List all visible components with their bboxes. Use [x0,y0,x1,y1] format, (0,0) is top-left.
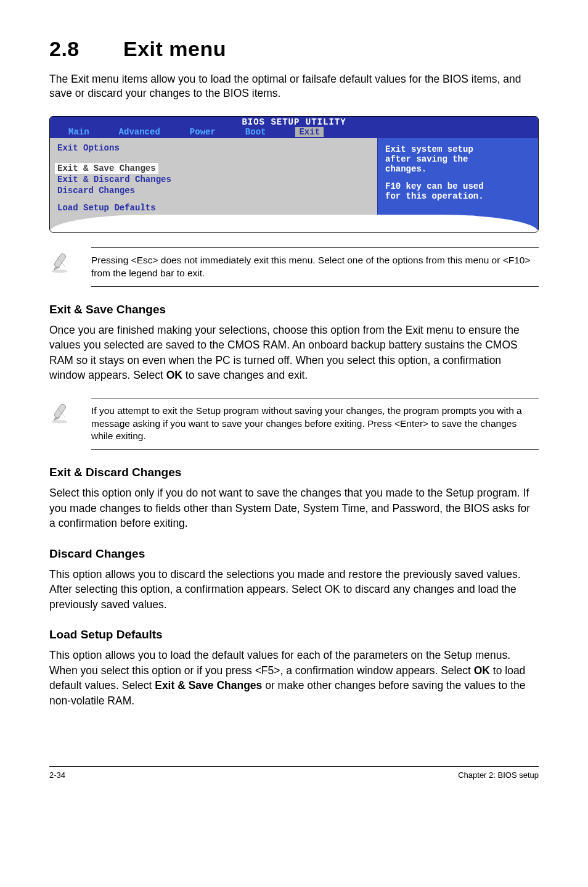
bios-help-line: for this operation. [385,191,531,201]
body-discard: This option allows you to discard the se… [49,567,539,613]
note-text: If you attempt to exit the Setup program… [91,398,539,450]
bios-option-load-defaults: Load Setup Defaults [57,202,370,213]
bios-exit-options-label: Exit Options [57,143,370,153]
bios-body: Exit Options Exit & Save Changes Exit & … [50,138,538,232]
bios-screenshot: BIOS SETUP UTILITY Main Advanced Power B… [49,116,539,233]
body-exit-save: Once you are finished making your select… [49,323,539,383]
body-load-defaults: This option allows you to load the defau… [49,648,539,708]
note-block: Pressing <Esc> does not immediately exit… [49,247,539,287]
pencil-icon [49,247,78,278]
bios-tab-advanced: Advanced [100,127,171,137]
subhead-exit-save: Exit & Save Changes [49,303,539,316]
bios-help-line: Exit system setup [385,144,531,154]
bios-right-pane: Exit system setup after saving the chang… [378,138,538,232]
bios-tab-main: Main [50,127,100,137]
bios-option-exit-discard: Exit & Discard Changes [57,174,370,185]
subhead-load-defaults: Load Setup Defaults [49,628,539,642]
bios-option-exit-save: Exit & Save Changes [55,163,158,174]
bios-help-line: F10 key can be used [385,181,531,191]
bios-option-discard: Discard Changes [57,185,370,196]
bios-help-line: changes. [385,164,531,174]
intro-paragraph: The Exit menu items allow you to load th… [49,72,539,101]
bios-tab-row: Main Advanced Power Boot Exit [50,127,538,138]
pencil-icon [49,398,78,429]
bios-title: BIOS SETUP UTILITY [50,117,538,127]
page-footer: 2-34 Chapter 2: BIOS setup [49,766,539,798]
section-title: Exit menu [123,37,226,60]
bios-left-pane: Exit Options Exit & Save Changes Exit & … [50,138,378,232]
bios-help-line: after saving the [385,154,531,164]
page-number: 2-34 [49,770,65,780]
chapter-label: Chapter 2: BIOS setup [458,770,539,780]
subhead-exit-discard: Exit & Discard Changes [49,466,539,479]
bios-tab-boot: Boot [227,127,277,137]
body-exit-discard: Select this option only if you do not wa… [49,485,539,531]
section-number: 2.8 [49,37,123,61]
note-block: If you attempt to exit the Setup program… [49,398,539,450]
bios-tab-exit: Exit [295,127,324,137]
note-text: Pressing <Esc> does not immediately exit… [91,247,539,287]
section-heading: 2.8Exit menu [49,37,539,61]
subhead-discard: Discard Changes [49,547,539,561]
bios-tab-power: Power [171,127,227,137]
